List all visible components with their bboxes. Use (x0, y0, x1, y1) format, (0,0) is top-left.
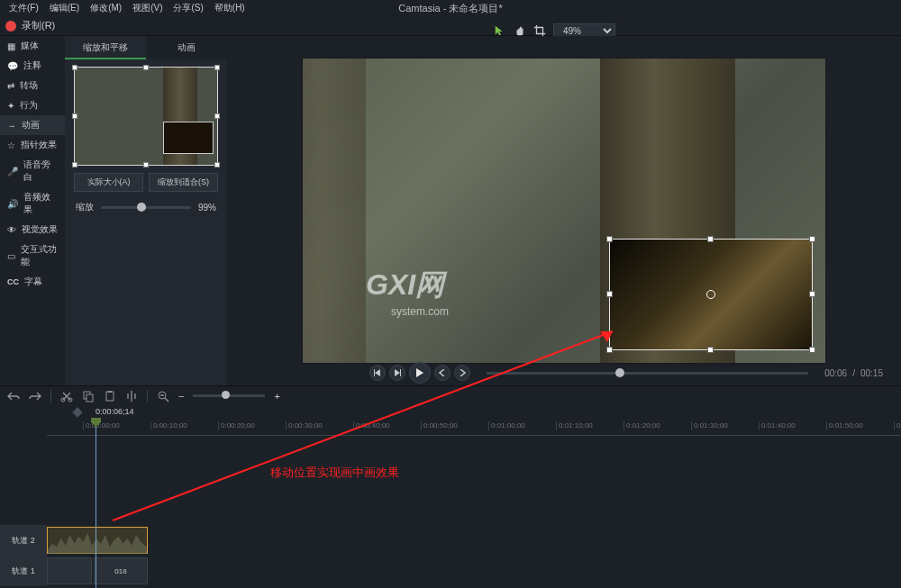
zoom-plus[interactable]: + (274, 391, 279, 402)
watermark: GXI网 system.com (366, 266, 449, 318)
sidebar-item-voice[interactable]: 🎤语音旁白 (0, 155, 65, 187)
transition-icon: ⇄ (7, 81, 14, 91)
undo-button[interactable] (7, 390, 20, 403)
time-ruler[interactable]: 0:00:00;00 0:00:10;00 0:00:20;00 0:00:30… (47, 421, 901, 436)
track-lane-1[interactable]: 018 (47, 556, 901, 586)
next-marker-button[interactable] (454, 365, 470, 381)
time-total: 00:15 (860, 368, 883, 378)
scale-to-fit-button[interactable]: 缩放到适合(S) (149, 173, 218, 192)
sidebar-item-media[interactable]: ▦媒体 (0, 36, 65, 56)
sidebar-item-transitions[interactable]: ⇄转场 (0, 76, 65, 95)
time-current: 00:06 (824, 368, 847, 378)
record-icon[interactable] (5, 21, 16, 32)
scale-value: 99% (198, 203, 216, 213)
menu-edit[interactable]: 编辑(E) (44, 0, 85, 16)
timeline: 0:00:06;14 0:00:00;00 0:00:10;00 0:00:20… (0, 405, 901, 588)
split-button[interactable] (125, 390, 138, 403)
tab-animation[interactable]: 动画 (146, 36, 227, 59)
playback-controls: 00:06 / 00:15 (315, 360, 883, 385)
track-label-2[interactable]: 轨道 2 (0, 525, 47, 556)
track-row-1: 轨道 1 018 (0, 556, 901, 586)
scale-slider[interactable] (101, 206, 191, 209)
record-bar: 录制(R) (0, 16, 901, 36)
behavior-icon: ✦ (7, 101, 14, 111)
hand-tool-icon[interactable] (514, 24, 526, 37)
timeline-zoom-slider[interactable] (193, 394, 265, 397)
cc-icon: CC (7, 277, 19, 286)
select-tool-icon[interactable] (494, 24, 506, 37)
clip-track1-a[interactable] (47, 557, 92, 584)
sidebar-label: 指针效果 (21, 139, 57, 151)
seek-slider[interactable] (487, 372, 808, 375)
keyframe-row[interactable] (47, 405, 901, 421)
record-label[interactable]: 录制(R) (22, 19, 55, 32)
annotation-icon: 💬 (7, 61, 18, 71)
zoom-out-button[interactable] (157, 390, 169, 403)
clip-track2[interactable] (47, 527, 148, 554)
tools-sidebar: ▦媒体 💬注释 ⇄转场 ✦行为 →动画 ☆指针效果 🎤语音旁白 🔊音频效果 👁视… (0, 36, 65, 385)
sidebar-label: 转场 (20, 79, 38, 92)
sidebar-item-cursor-effects[interactable]: ☆指针效果 (0, 135, 65, 155)
playhead-time: 0:00:06;14 (96, 407, 134, 416)
menu-help[interactable]: 帮助(H) (209, 0, 250, 16)
sidebar-label: 语音旁白 (23, 158, 58, 184)
sidebar-item-audio-effects[interactable]: 🔊音频效果 (0, 187, 65, 220)
interact-icon: ▭ (7, 251, 15, 261)
thumbnail-preview[interactable] (74, 67, 218, 166)
pip-thumbnail[interactable] (163, 122, 214, 154)
playhead[interactable] (96, 418, 96, 588)
tab-scale-pan[interactable]: 缩放和平移 (65, 36, 146, 59)
sidebar-item-animations[interactable]: →动画 (0, 115, 65, 135)
track-lane-2[interactable] (47, 525, 901, 556)
play-button[interactable] (409, 362, 431, 384)
sidebar-label: 视觉效果 (22, 223, 58, 236)
annotation-text: 移动位置实现画中画效果 (270, 465, 399, 481)
clip-track1-b[interactable]: 018 (94, 557, 148, 584)
media-icon: ▦ (7, 41, 15, 51)
prev-marker-button[interactable] (434, 365, 450, 381)
next-frame-button[interactable] (389, 365, 405, 381)
copy-button[interactable] (82, 390, 95, 403)
svg-rect-5 (108, 391, 112, 393)
cursor-icon: ☆ (7, 140, 15, 150)
sidebar-label: 注释 (23, 59, 41, 72)
zoom-minus[interactable]: − (178, 391, 184, 402)
properties-panel: 缩放和平移 动画 实际大小(A) 缩放到适合(S) 缩放 99% (65, 36, 227, 385)
canvas-area: GXI网 system.com (227, 36, 901, 385)
menu-modify[interactable]: 修改(M) (85, 0, 127, 16)
track-label-1[interactable]: 轨道 1 (0, 556, 47, 586)
pip-clip[interactable] (609, 239, 813, 350)
window-title: Camtasia - 未命名项目* (398, 2, 503, 15)
svg-rect-4 (106, 392, 114, 401)
sidebar-label: 动画 (22, 119, 40, 131)
scale-label: 缩放 (76, 201, 94, 213)
sidebar-label: 媒体 (21, 40, 39, 52)
sidebar-item-captions[interactable]: CC字幕 (0, 272, 65, 292)
sidebar-label: 交互式功能 (21, 243, 58, 268)
animation-icon: → (7, 121, 16, 131)
timeline-toolbar: − + (0, 385, 901, 405)
svg-rect-3 (86, 394, 93, 402)
cut-button[interactable] (60, 390, 73, 403)
sidebar-item-visual-effects[interactable]: 👁视觉效果 (0, 220, 65, 240)
preview-canvas[interactable]: GXI网 system.com (303, 59, 825, 363)
sidebar-label: 字幕 (24, 276, 42, 288)
sidebar-item-annotations[interactable]: 💬注释 (0, 56, 65, 76)
visual-icon: 👁 (7, 225, 16, 235)
sidebar-item-interactive[interactable]: ▭交互式功能 (0, 240, 65, 272)
voice-icon: 🎤 (7, 167, 18, 176)
menu-view[interactable]: 视图(V) (127, 0, 168, 16)
sidebar-label: 行为 (20, 99, 38, 112)
menu-share[interactable]: 分享(S) (168, 0, 208, 16)
time-sep: / (852, 368, 855, 378)
crop-tool-icon[interactable] (533, 24, 546, 37)
audio-icon: 🔊 (7, 199, 18, 209)
actual-size-button[interactable]: 实际大小(A) (74, 173, 143, 192)
sidebar-label: 音频效果 (23, 191, 58, 216)
redo-button[interactable] (29, 390, 41, 403)
track-row-2: 轨道 2 (0, 525, 901, 556)
sidebar-item-behaviors[interactable]: ✦行为 (0, 95, 65, 115)
paste-button[interactable] (104, 390, 116, 403)
prev-frame-button[interactable] (369, 365, 386, 381)
menu-file[interactable]: 文件(F) (4, 0, 44, 16)
